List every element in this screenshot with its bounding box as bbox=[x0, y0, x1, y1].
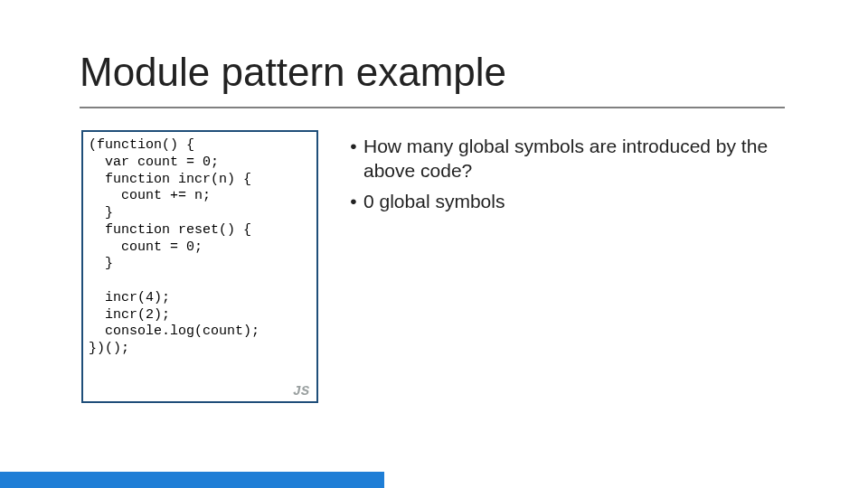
slide-title: Module pattern example bbox=[80, 50, 506, 95]
code-box: (function() { var count = 0; function in… bbox=[81, 130, 318, 403]
bullet-dot: • bbox=[344, 189, 363, 213]
bullet-text: 0 global symbols bbox=[363, 189, 505, 213]
code-lang-tag: JS bbox=[293, 384, 309, 399]
title-underline bbox=[80, 107, 785, 108]
footer-bar bbox=[0, 472, 384, 488]
slide: Module pattern example (function() { var… bbox=[0, 0, 868, 488]
bullet-text: How many global symbols are introduced b… bbox=[363, 134, 823, 183]
bullet-item: • How many global symbols are introduced… bbox=[344, 134, 823, 183]
bullet-item: • 0 global symbols bbox=[344, 189, 823, 213]
bullet-dot: • bbox=[344, 134, 363, 158]
code-block: (function() { var count = 0; function in… bbox=[89, 137, 311, 358]
bullet-list: • How many global symbols are introduced… bbox=[344, 134, 823, 219]
